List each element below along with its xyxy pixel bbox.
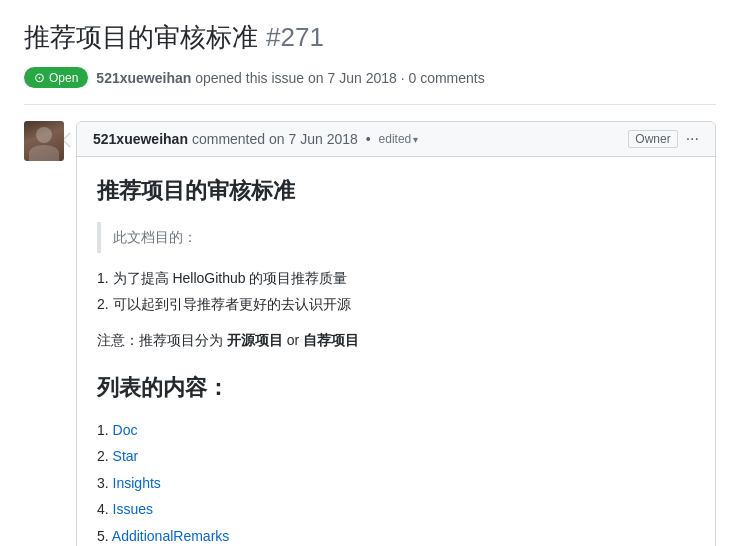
list-item: 4. Issues bbox=[97, 498, 695, 520]
link-list: 1. Doc2. Star3. Insights4. Issues5. Addi… bbox=[97, 419, 695, 546]
issue-author-link[interactable]: 521xueweihan bbox=[96, 70, 191, 86]
purpose-item-1: 1. 为了提高 HelloGithub 的项目推荐质量 bbox=[97, 267, 695, 289]
avatar-col bbox=[24, 121, 64, 546]
issue-date: 7 Jun 2018 bbox=[328, 70, 397, 86]
page-container: 推荐项目的审核标准 #271 ⊙ Open 521xueweihan opene… bbox=[0, 0, 740, 546]
comment-block: 521xueweihan commented on 7 Jun 2018 • e… bbox=[24, 121, 716, 546]
open-label: Open bbox=[49, 71, 78, 85]
notice-term2: 自荐项目 bbox=[303, 332, 359, 348]
list-item: 5. AdditionalRemarks bbox=[97, 525, 695, 547]
comment-arrow-inner bbox=[64, 132, 72, 148]
list-item-link-3[interactable]: Insights bbox=[113, 475, 161, 491]
issue-title: 推荐项目的审核标准 bbox=[24, 20, 258, 55]
notice-line: 注意：推荐项目分为 开源项目 or 自荐项目 bbox=[97, 329, 695, 351]
comment-header-left: 521xueweihan commented on 7 Jun 2018 • e… bbox=[93, 131, 418, 147]
more-options-button[interactable]: ··· bbox=[686, 131, 699, 147]
list-item-link-4[interactable]: Issues bbox=[113, 501, 153, 517]
comment-body: 推荐项目的审核标准 此文档目的： 1. 为了提高 HelloGithub 的项目… bbox=[77, 157, 715, 546]
list-item-link-1[interactable]: Doc bbox=[113, 422, 138, 438]
issue-meta-row: ⊙ Open 521xueweihan opened this issue on… bbox=[24, 67, 716, 105]
edited-caret-icon: ▾ bbox=[413, 134, 418, 145]
owner-badge: Owner bbox=[628, 130, 677, 148]
blockquote-section: 此文档目的： bbox=[97, 222, 695, 252]
list-item-link-2[interactable]: Star bbox=[113, 448, 139, 464]
notice-prefix: 注意：推荐项目分为 bbox=[97, 332, 223, 348]
list-item: 1. Doc bbox=[97, 419, 695, 441]
comment-header: 521xueweihan commented on 7 Jun 2018 • e… bbox=[77, 122, 715, 157]
list-item: 3. Insights bbox=[97, 472, 695, 494]
purpose-item-2: 2. 可以起到引导推荐者更好的去认识开源 bbox=[97, 293, 695, 315]
comment-content: 521xueweihan commented on 7 Jun 2018 • e… bbox=[76, 121, 716, 546]
purpose-list: 1. 为了提高 HelloGithub 的项目推荐质量 2. 可以起到引导推荐者… bbox=[97, 267, 695, 316]
issue-comments: 0 comments bbox=[408, 70, 484, 86]
issue-title-row: 推荐项目的审核标准 #271 bbox=[24, 20, 716, 55]
issue-meta: 521xueweihan opened this issue on 7 Jun … bbox=[96, 70, 484, 86]
notice-term1: 开源项目 bbox=[227, 332, 283, 348]
issue-action: opened this issue on bbox=[195, 70, 323, 86]
avatar bbox=[24, 121, 64, 161]
open-badge: ⊙ Open bbox=[24, 67, 88, 88]
issue-number: #271 bbox=[266, 22, 324, 53]
edited-label: edited bbox=[379, 132, 412, 146]
comment-date: 7 Jun 2018 bbox=[289, 131, 358, 147]
list-item: 2. Star bbox=[97, 445, 695, 467]
blockquote-text: 此文档目的： bbox=[113, 229, 197, 245]
issue-separator: · bbox=[401, 70, 405, 86]
comment-header-right: Owner ··· bbox=[628, 130, 699, 148]
comment-action: commented on bbox=[192, 131, 285, 147]
open-icon: ⊙ bbox=[34, 70, 45, 85]
list-item-link-5[interactable]: AdditionalRemarks bbox=[112, 528, 230, 544]
body-heading: 推荐项目的审核标准 bbox=[97, 173, 695, 208]
edited-dropdown[interactable]: edited ▾ bbox=[379, 132, 419, 146]
comment-author-link[interactable]: 521xueweihan bbox=[93, 131, 188, 147]
list-header: 列表的内容： bbox=[97, 370, 695, 405]
notice-or: or bbox=[287, 332, 303, 348]
comment-box: 521xueweihan commented on 7 Jun 2018 • e… bbox=[76, 121, 716, 546]
